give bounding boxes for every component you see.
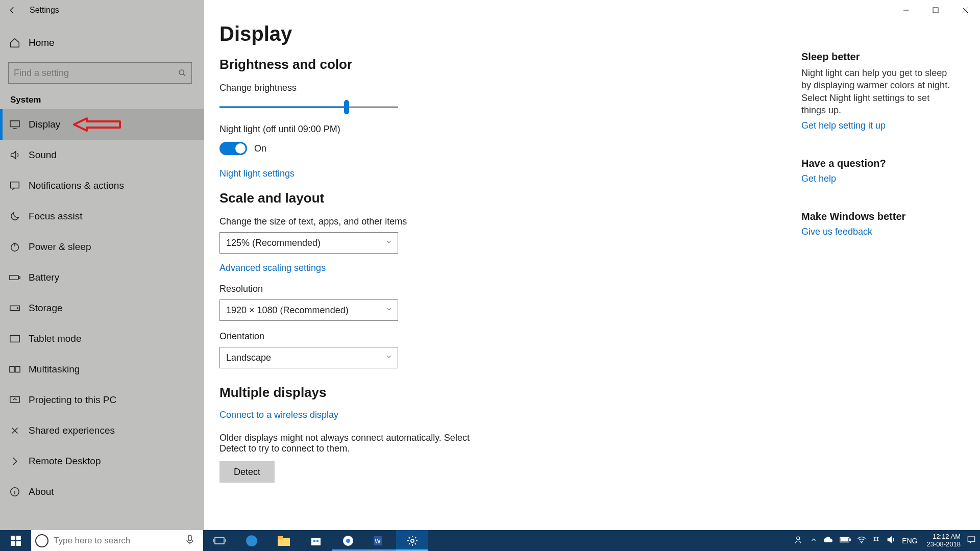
nightlight-toggle[interactable] <box>219 142 247 155</box>
resolution-value: 980 × 551 (Recommended) <box>226 305 349 316</box>
sidebar-item-label: About <box>29 486 54 497</box>
sidebar-item-label: Multitasking <box>29 364 80 375</box>
help-sidebar: Sleep better Night light can help you ge… <box>801 51 954 264</box>
tray-action-center-icon[interactable] <box>967 535 976 546</box>
taskbar-search[interactable] <box>31 530 203 551</box>
svg-rect-18 <box>16 541 21 546</box>
search-icon <box>173 69 191 77</box>
help-heading: Make Windows better <box>801 211 954 222</box>
sidebar-home-label: Home <box>29 37 55 48</box>
svg-rect-7 <box>19 277 20 278</box>
back-button[interactable] <box>0 0 24 20</box>
orientation-value: Landscape <box>226 353 271 363</box>
tray-dropbox-icon[interactable] <box>872 536 880 545</box>
help-text: Night light can help you get to sleep by… <box>801 67 954 116</box>
svg-rect-15 <box>11 536 15 540</box>
settings-search-input[interactable] <box>9 68 173 79</box>
detect-button[interactable]: Detect <box>219 461 275 483</box>
orientation-dropdown[interactable]: Landscape <box>219 347 398 368</box>
svg-point-9 <box>17 308 18 309</box>
sidebar-item-label: Tablet mode <box>29 333 82 344</box>
tray-onedrive-icon[interactable] <box>823 536 834 545</box>
monitor-icon <box>9 119 20 130</box>
sidebar-item-power-sleep[interactable]: Power & sleep <box>0 232 204 262</box>
resolution-label: Resolution <box>219 284 980 294</box>
battery-icon <box>9 272 20 283</box>
tray-volume-icon[interactable] <box>887 536 896 545</box>
sidebar-item-projecting[interactable]: Projecting to this PC <box>0 385 204 415</box>
cortana-icon <box>35 534 48 547</box>
svg-rect-20 <box>215 538 224 544</box>
taskbar-app-store[interactable] <box>300 530 332 551</box>
svg-rect-22 <box>278 538 290 546</box>
sidebar-item-tablet-mode[interactable]: Tablet mode <box>0 323 204 354</box>
resolution-dropdown[interactable]: 980 × 551 (Recommended) <box>219 299 398 321</box>
svg-rect-37 <box>968 537 975 542</box>
tray-wifi-icon[interactable] <box>857 536 866 545</box>
tray-chevron-up-icon[interactable] <box>810 536 817 545</box>
taskbar-app-edge[interactable] <box>235 530 267 551</box>
nightlight-state: On <box>254 143 266 154</box>
mic-icon[interactable] <box>186 535 199 547</box>
wireless-display-link[interactable]: Connect to a wireless display <box>219 410 338 420</box>
sidebar-item-focus-assist[interactable]: Focus assist <box>0 201 204 232</box>
taskbar-search-input[interactable] <box>54 536 181 546</box>
notifications-icon <box>9 180 20 191</box>
sidebar-item-multitasking[interactable]: Multitasking <box>0 354 204 385</box>
sidebar-item-shared-experiences[interactable]: Shared experiences <box>0 415 204 446</box>
svg-rect-26 <box>316 540 318 542</box>
sidebar-item-display[interactable]: Display <box>0 109 204 140</box>
settings-search[interactable] <box>8 62 192 84</box>
svg-rect-4 <box>11 182 19 188</box>
svg-rect-34 <box>849 539 850 541</box>
sidebar-item-label: Notifications & actions <box>29 180 124 191</box>
sidebar-item-label: Power & sleep <box>29 241 91 253</box>
nightlight-settings-link[interactable]: Night light settings <box>219 168 295 179</box>
sidebar-item-sound[interactable]: Sound <box>0 140 204 170</box>
svg-rect-24 <box>311 538 321 545</box>
sidebar-item-remote-desktop[interactable]: Remote Desktop <box>0 446 204 477</box>
tray-clock[interactable]: 12:12 AM 23-08-2018 <box>927 533 961 548</box>
sidebar-home[interactable]: Home <box>0 30 204 56</box>
sound-icon <box>9 149 20 161</box>
moon-icon <box>9 211 20 222</box>
window-title: Settings <box>30 6 59 15</box>
sidebar-item-label: Shared experiences <box>29 425 115 436</box>
chevron-down-icon <box>385 353 393 362</box>
sidebar-item-label: Sound <box>29 149 57 161</box>
info-icon <box>9 486 20 497</box>
tray-date: 23-08-2018 <box>927 541 961 548</box>
taskbar-app-explorer[interactable] <box>267 530 300 551</box>
svg-point-36 <box>861 542 862 543</box>
sidebar-item-notifications[interactable]: Notifications & actions <box>0 170 204 201</box>
tray-people-icon[interactable] <box>795 535 804 546</box>
chevron-down-icon <box>385 238 393 247</box>
sidebar-item-storage[interactable]: Storage <box>0 293 204 323</box>
advanced-scaling-link[interactable]: Advanced scaling settings <box>219 263 326 273</box>
taskbar-app-word[interactable]: W <box>364 530 396 551</box>
help-link-feedback[interactable]: Give us feedback <box>801 227 872 237</box>
taskbar-app-settings[interactable] <box>396 530 428 551</box>
task-view-button[interactable] <box>203 530 235 551</box>
help-link-gethelp[interactable]: Get help <box>801 173 836 184</box>
brightness-slider[interactable] <box>219 101 398 114</box>
detect-text: Older displays might not always connect … <box>219 433 485 454</box>
taskbar-app-chrome[interactable] <box>332 530 364 551</box>
sidebar-item-label: Projecting to this PC <box>29 394 116 406</box>
svg-rect-6 <box>10 276 18 280</box>
svg-point-1 <box>179 70 184 74</box>
help-link-setup[interactable]: Get help setting it up <box>801 120 886 131</box>
sidebar-item-label: Battery <box>29 272 59 283</box>
sidebar-item-battery[interactable]: Battery <box>0 262 204 293</box>
sidebar: Home System Display Sound Notifications … <box>0 0 204 530</box>
tray-battery-icon[interactable] <box>840 537 851 544</box>
tray-language[interactable]: ENG <box>902 537 917 545</box>
sidebar-item-about[interactable]: About <box>0 477 204 507</box>
scale-dropdown[interactable]: 125% (Recommended) <box>219 232 398 254</box>
svg-point-28 <box>346 539 350 543</box>
start-button[interactable] <box>0 530 31 551</box>
svg-rect-12 <box>15 367 20 372</box>
svg-rect-2 <box>10 121 19 127</box>
taskbar: W ENG 12:12 AM 23-08-2018 <box>0 530 980 551</box>
project-icon <box>9 394 20 406</box>
